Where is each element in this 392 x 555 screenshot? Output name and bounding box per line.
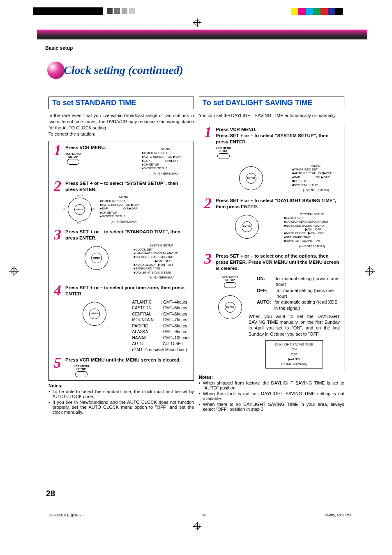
step-text: Press VCR MENU. [216, 127, 340, 133]
step-number: 1 [52, 145, 63, 176]
osd-menu: MENU ■TIMER REC SET ■AUTO REPEAT ON ▶OFF… [291, 163, 340, 193]
registration-cross-bottom [193, 522, 201, 530]
osd-menu: MENU ■TIMER REC SET ■AUTO REPEAT ON ▶OFF… [98, 194, 148, 224]
remote-dpad-icon: ENTER [216, 293, 244, 322]
registration-cross-right [365, 266, 375, 276]
step-text: Press SET + or – to select "STANDARD TIM… [65, 229, 189, 241]
osd-dst-box: DAYLIGHT SAVING TIME ON OFF ▶AUTO (+/–/E… [265, 340, 323, 368]
timezone-list: ATLANTIC: GMT–4hours EASTERN: GMT–5hours… [132, 299, 189, 353]
timezone-footnote: (GMT: Greenwich Mean Time) [132, 347, 189, 353]
remote-dpad-icon: ENTER [82, 244, 111, 272]
registration-cross-top [193, 18, 201, 27]
steps-box-right: 1 Press VCR MENU. Press SET + or – to se… [199, 123, 344, 372]
step-text: Press VCR MENU until the MENU screen is … [65, 357, 189, 363]
step-3-right: 3 Press SET + or – to select one of the … [203, 253, 340, 368]
section-heading-standard-time: To set STANDARD TIME [48, 97, 194, 109]
footer-page: 28 [202, 513, 206, 517]
vcr-menu-button-icon: VCR MENUSETUP [65, 152, 81, 165]
remote-dpad-icon: ENTER [233, 212, 261, 241]
note-item: When shipped from factory, the DAYLIGHT … [203, 380, 344, 390]
step-1-left: 1 Press VCR MENU. VCR MENUSETUP MENU ■TI… [52, 145, 189, 176]
registration-cross-left [9, 266, 19, 276]
vcr-menu-button-icon: VCR MENUSETUP [216, 147, 231, 159]
step-2-left: 2 Press SET + or – to select "SYSTEM SET… [52, 180, 189, 225]
decorative-sphere-icon [47, 62, 65, 79]
footer-filename: 2F90201A (E)p16-28 [49, 513, 84, 517]
notes-left: Notes: To be able to select the standard… [48, 383, 194, 415]
breadcrumb: Basic setup [45, 45, 73, 51]
notes-heading: Notes: [199, 375, 344, 380]
step-number: 1 [203, 127, 213, 193]
section-heading-dst: To set DAYLIGHT SAVING TIME [199, 97, 344, 109]
osd-system-setup: SYSTEM SETUP ■CLOCK SET ■LANGUAGE/IDIOMA… [132, 243, 189, 281]
page-title: Clock setting (continued) [64, 64, 183, 77]
dst-options: ON:for manual setting (forward one hour)… [257, 276, 340, 311]
remote-dpad-icon: ENTER [237, 164, 265, 193]
page: Basic setup Clock setting (continued) To… [0, 0, 392, 555]
step-text: Press SET + or – to select "SYSTEM SETUP… [216, 133, 340, 145]
step-2-right: 2 Press SET + or – to select "DAYLIGHT S… [203, 198, 340, 249]
step-text: Press SET + or – to select your time zon… [65, 285, 189, 297]
vcr-menu-button-icon: VCR MENUSETUP [74, 365, 89, 377]
step-5-left: 5 Press VCR MENU until the MENU screen i… [52, 357, 189, 377]
step-number: 5 [52, 357, 63, 377]
step-number: 3 [52, 229, 63, 281]
step-text: Press SET + or – to select "SYSTEM SETUP… [65, 180, 189, 193]
step-number: 2 [52, 180, 63, 225]
notes-right: Notes: When shipped from factory, the DA… [199, 375, 344, 412]
remote-dpad-icon: ENTER [80, 299, 109, 328]
osd-system-setup: SYSTEM SETUP ■CLOCK SET ■LANGUAGE/IDIOMA… [282, 212, 340, 249]
step-number: 3 [203, 253, 213, 368]
step-number: 4 [52, 285, 63, 353]
step-text: Press SET + or – to select one of the op… [216, 253, 340, 272]
footer: 2F90201A (E)p16-28 28 4/4/05, 9:02 PM [49, 513, 351, 517]
registration-gray-squares [107, 8, 135, 14]
step-text: Press VCR MENU. [65, 145, 136, 151]
notes-heading: Notes: [48, 383, 194, 388]
steps-box-left: 1 Press VCR MENU. VCR MENUSETUP MENU ■TI… [48, 141, 194, 381]
remote-dpad-icon: ENTER SET+ SET– CH– CH+ [65, 195, 94, 224]
step-number: 2 [203, 198, 213, 249]
footer-timestamp: 4/4/05, 9:02 PM [325, 513, 351, 517]
step-4-left: 4 Press SET + or – to select your time z… [52, 285, 189, 353]
registration-black-bar [33, 7, 103, 15]
column-standard-time: To set STANDARD TIME In the rare event t… [48, 97, 194, 415]
step-1-right: 1 Press VCR MENU. Press SET + or – to se… [203, 127, 340, 193]
page-title-row: Clock setting (continued) [47, 62, 183, 79]
header-gradient-bar [37, 30, 367, 39]
heading-text: To set DAYLIGHT SAVING TIME [203, 99, 341, 107]
column-daylight-saving: To set DAYLIGHT SAVING TIME You can set … [199, 97, 344, 415]
note-item: To be able to select the standard time, … [53, 389, 194, 399]
intro-dst: You can set the DAYLIGHT SAVING TIME aut… [199, 113, 344, 119]
intro-standard-time: In the rare event that you live within b… [48, 113, 194, 137]
osd-menu: MENU ■TIMER REC SET ■AUTO REPEAT ON ▶OFF… [140, 146, 189, 176]
note-item: When there is no DAYLIGHT SAVING TIME in… [203, 402, 344, 412]
page-number: 28 [46, 489, 55, 498]
step-3-left: 3 Press SET + or – to select "STANDARD T… [52, 229, 189, 281]
vcr-menu-button-icon: VCR MENUSETUP [222, 276, 238, 288]
note-item: When the clock is not set, DAYLIGHT SAVI… [203, 391, 344, 401]
registration-cmyk-strip [291, 8, 343, 15]
note-item: If you live in Newfoundland and the AUTO… [53, 400, 194, 415]
dst-manual-note: When you want to set the DAYLIGHT SAVING… [249, 313, 340, 337]
heading-text: To set STANDARD TIME [52, 99, 190, 107]
step-text: Press SET + or – to select "DAYLIGHT SAV… [216, 198, 340, 210]
